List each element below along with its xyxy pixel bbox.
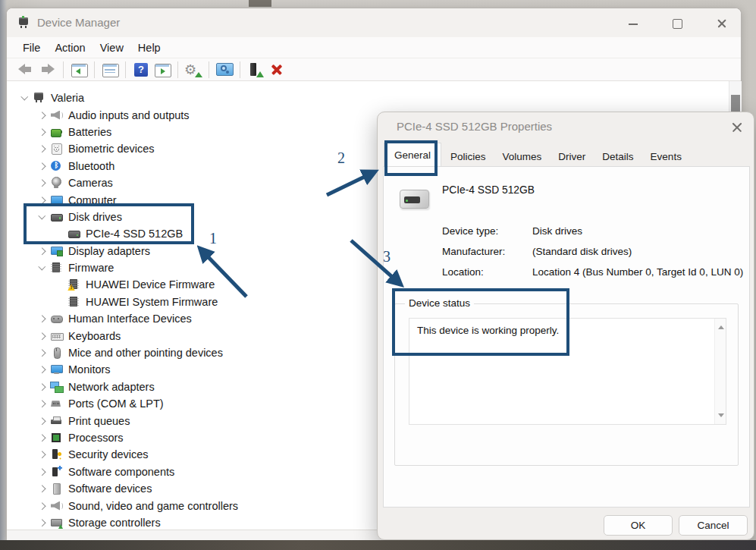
chevron-down-icon[interactable] [36, 211, 49, 223]
chevron-right-icon[interactable] [36, 177, 49, 189]
tree-item-label: Human Interface Devices [68, 313, 192, 325]
status-scrollbar[interactable] [714, 319, 726, 424]
menu-help[interactable]: Help [138, 42, 161, 54]
chip-warning-icon [67, 278, 80, 291]
toolbar-separator [125, 61, 126, 78]
software-icon [50, 482, 63, 495]
menu-view[interactable]: View [100, 42, 124, 54]
tab-details[interactable]: Details [594, 148, 642, 166]
ok-button[interactable]: OK [604, 515, 673, 536]
maximize-button[interactable] [673, 18, 683, 29]
warning-icon [67, 284, 75, 291]
scroll-down-icon[interactable] [718, 413, 724, 417]
tab-volumes[interactable]: Volumes [494, 148, 551, 166]
keyboard-icon [50, 330, 63, 342]
tab-driver[interactable]: Driver [550, 148, 594, 166]
device-status-group: Device status This device is working pro… [394, 303, 739, 466]
chevron-right-icon[interactable] [36, 482, 49, 495]
gear-up-icon [195, 72, 202, 77]
titlebar: Device Manager [7, 8, 741, 37]
bluetooth-icon [50, 160, 63, 172]
tree-item-label: PCIe-4 SSD 512GB [86, 228, 183, 240]
toolbar-separator [209, 61, 209, 78]
field-value: Disk drives [532, 225, 749, 237]
toolbar-separator [63, 61, 64, 78]
chevron-right-icon[interactable] [36, 160, 49, 172]
port-icon [50, 398, 63, 410]
chevron-right-icon[interactable] [36, 398, 49, 410]
desktop-bottom-strip [0, 540, 756, 550]
general-tab-page: PCIe-4 SSD 512GB Device type:Disk drives… [383, 166, 750, 508]
device-field-row: Device type:Disk drives [442, 225, 749, 237]
disk-drive-icon [400, 190, 429, 209]
window-title: Device Manager [37, 16, 120, 29]
tree-item-label: Audio inputs and outputs [68, 109, 190, 121]
tab-events[interactable]: Events [642, 148, 690, 166]
back-button[interactable] [17, 61, 36, 79]
chevron-down-icon[interactable] [19, 92, 31, 104]
help-button[interactable] [131, 61, 151, 79]
chevron-right-icon[interactable] [36, 245, 49, 257]
tree-item-label: Monitors [68, 363, 111, 376]
chevron-right-icon[interactable] [36, 330, 49, 342]
device-name: PCIe-4 SSD 512GB [442, 184, 535, 196]
menu-action[interactable]: Action [55, 42, 85, 54]
properties-dialog: PCIe-4 SSD 512GB Properties GeneralPolic… [377, 112, 754, 540]
forward-button[interactable] [38, 61, 58, 79]
device-manager-icon [17, 17, 30, 29]
device-up-icon [256, 71, 264, 77]
field-label: Device type: [442, 225, 532, 237]
chip-icon [67, 296, 80, 308]
chevron-right-icon[interactable] [36, 381, 49, 393]
chevron-right-icon[interactable] [36, 517, 49, 529]
tree-item-label: Mice and other pointing devices [68, 347, 223, 359]
chip-icon [50, 262, 63, 274]
security-icon [50, 448, 63, 460]
tree-item-label: Computer [68, 194, 117, 206]
tree-item-label: Keyboards [68, 330, 121, 342]
chevron-down-icon[interactable] [36, 262, 49, 274]
chevron-right-icon[interactable] [36, 500, 49, 512]
cancel-button[interactable]: Cancel [679, 515, 748, 536]
camera-icon [50, 177, 63, 189]
chevron-right-icon[interactable] [36, 415, 49, 427]
tab-general[interactable]: General [384, 143, 441, 166]
chevron-right-icon[interactable] [36, 347, 49, 359]
monitor-search-icon [221, 65, 227, 71]
speaker-icon [50, 109, 63, 121]
device-status-text: This device is working properly. [417, 325, 559, 336]
tree-item-label: Storage controllers [68, 517, 161, 529]
scan-hardware-changes-button[interactable] [215, 61, 234, 79]
scroll-up-icon[interactable] [718, 325, 724, 329]
show-action-pane-button[interactable] [152, 61, 172, 79]
chevron-right-icon[interactable] [36, 313, 49, 325]
menu-file[interactable]: File [23, 42, 40, 54]
device-field-row: Location:Location 4 (Bus Number 0, Targe… [442, 266, 749, 278]
tree-item-label: Display adapters [68, 245, 150, 257]
display-adapter-icon [50, 245, 63, 257]
chevron-right-icon[interactable] [36, 448, 49, 460]
chevron-right-icon[interactable] [36, 432, 49, 444]
tree-item-label: Biometric devices [68, 143, 155, 155]
chevron-right-icon[interactable] [36, 126, 49, 138]
tree-item-label: Firmware [68, 262, 114, 274]
chevron-right-icon[interactable] [36, 109, 49, 121]
uninstall-device-button[interactable] [267, 61, 287, 79]
chevron-right-icon[interactable] [36, 363, 49, 376]
show-console-tree-button[interactable] [69, 61, 89, 79]
minimize-button[interactable] [629, 18, 639, 29]
properties-button[interactable] [100, 61, 120, 79]
tab-policies[interactable]: Policies [442, 148, 494, 166]
background-window-fragment [249, 0, 271, 7]
tree-item-label: Processors [68, 432, 124, 444]
dialog-close-button[interactable] [731, 121, 743, 134]
chevron-right-icon[interactable] [36, 466, 49, 478]
tree-item-label: Cameras [68, 177, 113, 189]
close-button[interactable] [717, 18, 727, 29]
chevron-right-icon[interactable] [36, 194, 49, 206]
field-value: Location 4 (Bus Number 0, Target Id 0, L… [532, 266, 749, 278]
device-driver-action-button[interactable] [246, 61, 265, 79]
chevron-right-icon[interactable] [36, 143, 49, 155]
update-driver-button[interactable] [184, 61, 203, 79]
tree-item-valeria[interactable]: Valeria [7, 90, 729, 106]
